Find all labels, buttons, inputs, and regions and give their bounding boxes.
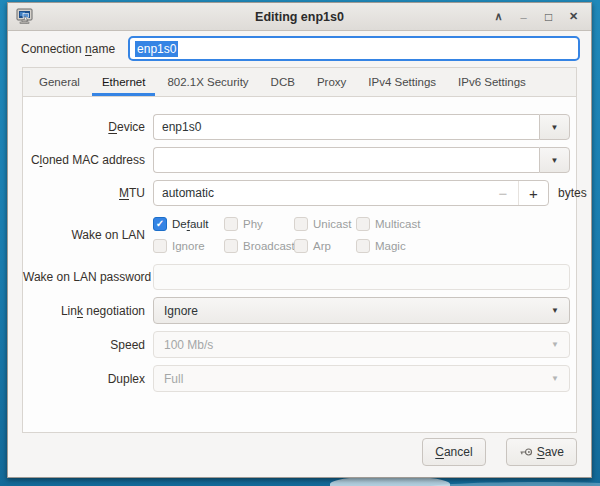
cloned-mac-label: Cloned MAC address	[23, 153, 145, 167]
chevron-down-icon: ▼	[551, 340, 559, 349]
wol-password-input	[153, 264, 570, 290]
checkbox-unchecked-icon	[294, 239, 308, 253]
plus-icon[interactable]: +	[518, 181, 548, 205]
close-icon[interactable]: ✕	[564, 7, 583, 26]
device-input[interactable]: enp1s0	[153, 114, 539, 140]
wake-on-lan-row: Wake on LAN ✓Default Phy Unicast Multica…	[23, 213, 570, 257]
tab-general[interactable]: General	[28, 68, 91, 96]
mtu-unit-label: bytes	[558, 186, 587, 200]
key-icon	[519, 446, 533, 458]
duplex-select: Full ▼	[153, 365, 570, 392]
checkbox-unchecked-icon	[224, 217, 238, 231]
checkbox-arp: Arp	[294, 239, 356, 253]
ethernet-tab-content: Device enp1s0 ▼ Cloned MAC address	[22, 97, 577, 433]
checkbox-unchecked-icon	[356, 239, 370, 253]
minimize-icon[interactable]: _	[514, 7, 533, 26]
checkbox-unchecked-icon	[356, 217, 370, 231]
speed-select: 100 Mb/s ▼	[153, 331, 570, 358]
chevron-down-icon: ▼	[551, 123, 559, 132]
mtu-spinbutton[interactable]: automatic − +	[153, 180, 549, 206]
device-label: Device	[23, 120, 145, 134]
checkbox-checked-icon: ✓	[153, 217, 167, 231]
device-combo: enp1s0 ▼	[153, 114, 570, 140]
duplex-label: Duplex	[23, 372, 145, 386]
network-connection-app-icon	[16, 8, 33, 25]
tab-ipv6-settings[interactable]: IPv6 Settings	[447, 68, 537, 96]
checkbox-multicast: Multicast	[356, 217, 420, 231]
cloned-mac-row: Cloned MAC address ▼	[23, 147, 570, 173]
wol-password-label: Wake on LAN password	[23, 270, 145, 284]
tab-dcb[interactable]: DCB	[260, 68, 306, 96]
wake-on-lan-options: ✓Default Phy Unicast Multicast Ignore Br…	[153, 213, 420, 257]
wake-on-lan-label: Wake on LAN	[23, 228, 145, 242]
mtu-value[interactable]: automatic	[154, 186, 488, 200]
minus-icon: −	[488, 181, 518, 205]
speed-label: Speed	[23, 338, 145, 352]
cloned-mac-combo: ▼	[153, 147, 570, 173]
chevron-down-icon: ▼	[551, 306, 559, 315]
device-row: Device enp1s0 ▼	[23, 114, 570, 140]
shade-icon[interactable]: ∧	[489, 7, 508, 26]
maximize-icon[interactable]: □	[539, 7, 558, 26]
checkbox-unchecked-icon	[294, 217, 308, 231]
titlebar[interactable]: Editing enp1s0 ∧ _ □ ✕	[8, 3, 591, 31]
connection-editor-window: Editing enp1s0 ∧ _ □ ✕ Connection name e…	[7, 2, 592, 478]
connection-name-label: Connection name	[21, 42, 115, 56]
chevron-down-icon: ▼	[551, 374, 559, 383]
speed-row: Speed 100 Mb/s ▼	[23, 331, 570, 358]
link-negotiation-select[interactable]: Ignore ▼	[153, 297, 570, 324]
save-button[interactable]: Save	[506, 438, 577, 466]
selected-text: enp1s0	[135, 41, 178, 57]
mtu-label: MTU	[23, 186, 145, 200]
duplex-row: Duplex Full ▼	[23, 365, 570, 392]
tab-proxy[interactable]: Proxy	[306, 68, 357, 96]
link-negotiation-row: Link negotiation Ignore ▼	[23, 297, 570, 324]
tab-8021x-security[interactable]: 802.1X Security	[156, 68, 259, 96]
checkbox-magic: Magic	[356, 239, 420, 253]
tab-bar: General Ethernet 802.1X Security DCB Pro…	[22, 67, 577, 97]
dialog-action-area: Cancel Save	[8, 433, 591, 477]
connection-name-row: Connection name enp1s0	[8, 31, 591, 66]
chevron-down-icon: ▼	[551, 156, 559, 165]
connection-name-input[interactable]: enp1s0	[128, 36, 580, 61]
mtu-row: MTU automatic − + bytes	[23, 180, 570, 206]
cancel-button[interactable]: Cancel	[422, 438, 485, 466]
window-controls: ∧ _ □ ✕	[489, 7, 583, 26]
device-dropdown-button[interactable]: ▼	[539, 114, 570, 140]
tab-ipv4-settings[interactable]: IPv4 Settings	[357, 68, 447, 96]
checkbox-unchecked-icon	[153, 239, 167, 253]
tab-ethernet[interactable]: Ethernet	[91, 68, 156, 96]
wol-password-row: Wake on LAN password	[23, 264, 570, 290]
settings-notebook: General Ethernet 802.1X Security DCB Pro…	[22, 67, 577, 433]
checkbox-ignore: Ignore	[153, 239, 224, 253]
checkbox-broadcast: Broadcast	[224, 239, 294, 253]
checkbox-unchecked-icon	[224, 239, 238, 253]
link-negotiation-label: Link negotiation	[23, 304, 145, 318]
cloned-mac-dropdown-button[interactable]: ▼	[539, 147, 570, 173]
checkbox-unicast: Unicast	[294, 217, 356, 231]
checkbox-phy: Phy	[224, 217, 294, 231]
checkbox-default[interactable]: ✓Default	[153, 217, 224, 231]
cloned-mac-input[interactable]	[153, 147, 539, 173]
